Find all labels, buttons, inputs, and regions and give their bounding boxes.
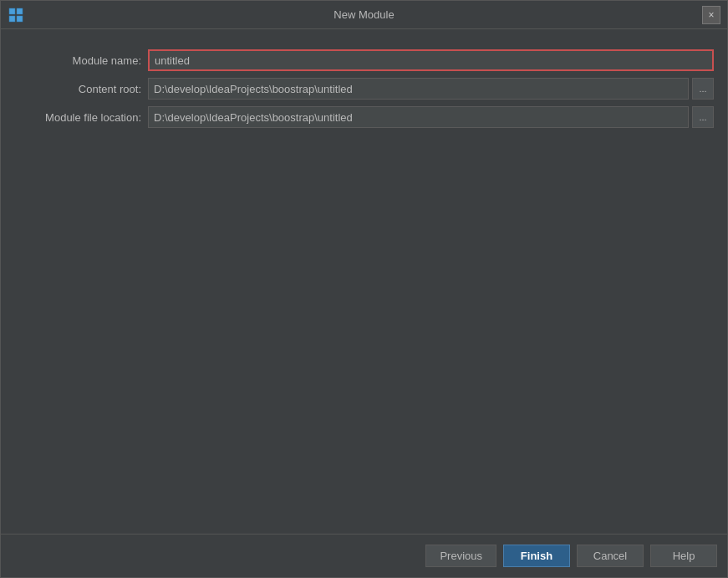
svg-rect-3 [17,16,23,22]
svg-rect-2 [9,16,15,22]
previous-button[interactable]: Previous [425,545,496,567]
module-name-label: Module name: [14,49,148,72]
module-file-location-label: Module file location: [14,106,148,129]
help-button[interactable]: Help [650,545,717,567]
spacer [14,131,714,520]
footer: Previous Finish Cancel Help [1,534,727,577]
title-bar-left [8,7,24,23]
content-root-browse-button[interactable]: ... [692,78,714,100]
svg-rect-0 [9,8,15,14]
new-module-dialog: New Module × Module name: Content root: [0,0,728,578]
svg-rect-1 [17,8,23,14]
cancel-button[interactable]: Cancel [577,545,644,567]
dialog-title: New Module [333,8,394,21]
content-root-input-wrapper: ... [148,74,714,103]
module-name-input-wrapper [148,46,714,74]
title-bar: New Module × [1,1,727,29]
content-area: Module name: Content root: ... M [1,29,727,534]
content-root-input[interactable] [148,78,689,100]
app-icon [8,7,24,23]
content-root-label: Content root: [14,78,148,100]
module-file-location-input[interactable] [148,106,689,128]
finish-button[interactable]: Finish [503,545,570,567]
module-name-input[interactable] [148,49,714,71]
form-grid: Module name: Content root: ... M [14,46,714,131]
module-file-location-input-wrapper: ... [148,103,714,131]
close-button[interactable]: × [702,6,720,24]
module-file-location-browse-button[interactable]: ... [692,106,714,128]
